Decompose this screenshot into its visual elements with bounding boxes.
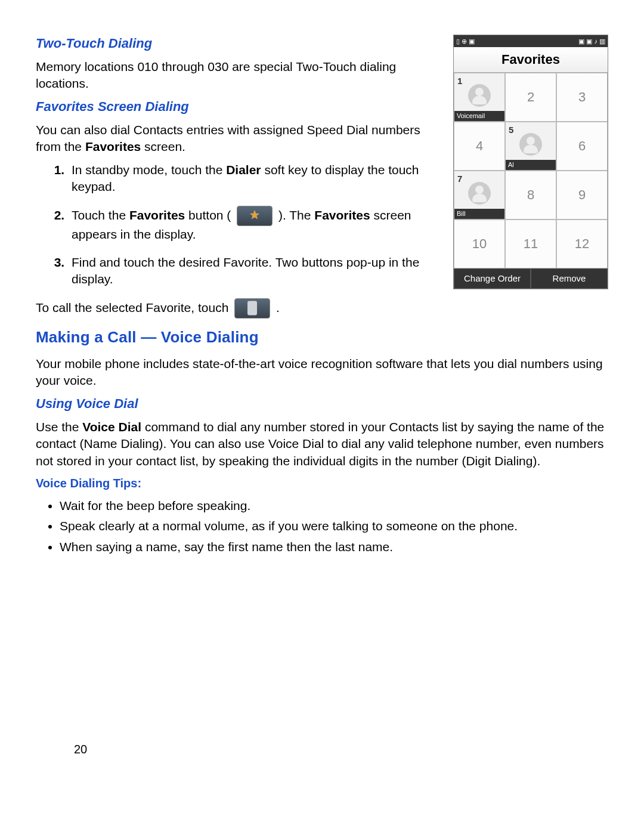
heading-using-voice-dial: Using Voice Dial [36, 395, 608, 413]
using-voice-dial-para: Use the Voice Dial command to dial any n… [36, 419, 608, 469]
favorites-star-icon: ★ [237, 206, 273, 226]
favorite-cell[interactable]: 1Voicemail [454, 73, 505, 122]
text-bold: Favorites [129, 208, 185, 222]
favorite-label: Voicemail [454, 111, 504, 121]
favorite-cell[interactable]: 10 [454, 220, 505, 268]
call-phone-icon [234, 298, 270, 319]
text: screen. [141, 140, 185, 153]
favorite-cell[interactable]: 8 [505, 171, 556, 220]
status-icons-left: ▯ ⊕ ▣ [456, 37, 475, 46]
call-favorite-line: To call the selected Favorite, touch . [36, 298, 608, 319]
voice-tips-list: Wait for the beep before speaking.Speak … [36, 497, 608, 555]
phone-screen-title: Favorites [454, 47, 608, 73]
favorite-cell[interactable]: 11 [505, 220, 556, 268]
favorite-label: Al [506, 160, 556, 170]
voice-tip-item: Speak clearly at a normal volume, as if … [60, 518, 608, 534]
text: Use the [36, 420, 82, 434]
text-bold: Dialer [226, 163, 261, 177]
favorite-cell[interactable]: 7Bill [454, 171, 505, 220]
phone-softkeys: Change Order Remove [454, 268, 608, 289]
status-icons-right: ▣ ▣ ♪ ▥ [578, 37, 605, 46]
text: . [273, 301, 280, 314]
favorite-label: Bill [454, 209, 504, 219]
favorite-cell[interactable]: 9 [556, 171, 608, 220]
favorite-cell[interactable]: 2 [505, 73, 556, 122]
text: To call the selected Favorite, touch [36, 301, 232, 314]
favorite-number: 7 [457, 173, 462, 185]
text: button ( [185, 208, 234, 222]
favorite-number: 5 [509, 124, 513, 136]
favorite-cell[interactable]: 6 [556, 122, 608, 171]
page-number: 20 [74, 741, 87, 758]
text: In standby mode, touch the [72, 163, 226, 177]
favorites-phone-mockup: ▯ ⊕ ▣ ▣ ▣ ♪ ▥ Favorites 1Voicemail2345Al… [453, 35, 608, 289]
text-bold: Favorites [85, 140, 141, 153]
favorite-number: 1 [457, 75, 462, 87]
softkey-change-order[interactable]: Change Order [454, 268, 531, 289]
heading-voice-tips: Voice Dialing Tips: [36, 475, 608, 492]
favorite-cell[interactable]: 3 [556, 73, 608, 122]
heading-voice-dialing: Making a Call — Voice Dialing [36, 327, 608, 348]
contact-avatar-icon [519, 133, 542, 156]
voice-tip-item: When saying a name, say the first name t… [60, 539, 608, 555]
text-bold: Favorites [314, 208, 370, 222]
favorites-grid: 1Voicemail2345Al67Bill89101112 [454, 73, 608, 268]
text: Touch the [72, 208, 129, 222]
voice-dialing-para: Your mobile phone includes state-of-the-… [36, 356, 608, 390]
text: ). The [275, 208, 314, 222]
text-bold: Voice Dial [82, 420, 141, 434]
favorite-cell[interactable]: 5Al [505, 122, 556, 171]
voice-tip-item: Wait for the beep before speaking. [60, 497, 608, 514]
favorite-cell[interactable]: 4 [454, 122, 505, 171]
softkey-remove[interactable]: Remove [531, 268, 608, 289]
contact-avatar-icon [468, 182, 491, 205]
favorite-cell[interactable]: 12 [556, 220, 608, 268]
phone-status-bar: ▯ ⊕ ▣ ▣ ▣ ♪ ▥ [454, 35, 608, 47]
contact-avatar-icon [468, 84, 491, 107]
